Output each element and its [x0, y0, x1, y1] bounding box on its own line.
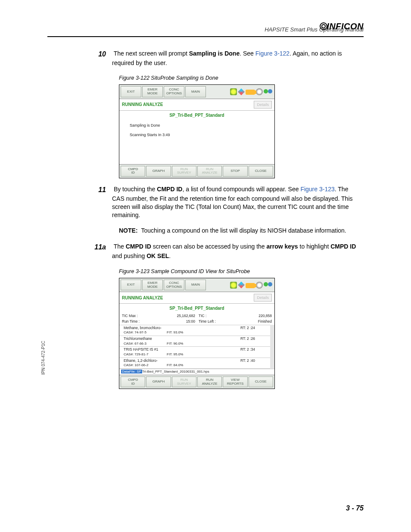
step-number: 10: [90, 50, 112, 59]
text-bold: CMPD ID: [330, 243, 356, 250]
method-name: SP_Tri-Bed_PPT_Standard: [119, 111, 274, 120]
text: .: [169, 252, 171, 259]
help-icon[interactable]: [230, 282, 237, 289]
text: By touching the: [114, 186, 157, 193]
emer-mode-button[interactable]: EMER MODE: [142, 86, 163, 97]
retention-time: RT: 2 :26: [240, 336, 268, 341]
screenshot-122: EXIT EMER MODE CONC OPTIONS MAIN RUNNING…: [119, 84, 275, 178]
top-toolbar: EXIT EMER MODE CONC OPTIONS MAIN: [119, 278, 274, 292]
battery-icon: [246, 283, 255, 288]
sampling-done-label: Sampling is Done: [130, 123, 264, 128]
cmpd-id-button[interactable]: CMPD ID: [121, 376, 145, 388]
brand-logo: INFICON: [320, 21, 364, 32]
compound-row[interactable]: TrichloromethaneRT: 2 :26CAS#: 67-66-3FI…: [119, 336, 274, 347]
bottom-toolbar: CMPD ID GRAPH RUN SURVEY RUN ANALYZE STO…: [119, 164, 274, 178]
text: The next screen will prompt: [114, 50, 189, 57]
screenshot-123: EXIT EMER MODE CONC OPTIONS MAIN RUNNING…: [119, 278, 275, 389]
tic-label: TIC :: [199, 314, 229, 318]
text-bold: arrow keys: [267, 243, 298, 250]
stop-button[interactable]: STOP: [223, 166, 247, 177]
figure-xref[interactable]: Figure 3-122: [255, 50, 290, 57]
bottom-toolbar: CMPD ID GRAPH RUN SURVEY RUN ANALYZE VIE…: [119, 375, 274, 389]
page-header: HAPSITE Smart Plus Operating Manual: [47, 26, 364, 37]
emer-mode-button[interactable]: EMER MODE: [142, 280, 163, 291]
details-button[interactable]: Details: [254, 294, 272, 302]
close-button[interactable]: CLOSE: [249, 166, 273, 177]
text-bold: CMPD ID: [126, 243, 151, 250]
note-block: NOTE: Touching a compound on the list wi…: [119, 227, 362, 235]
method-name: SP_Tri-Bed_PPT_Standard: [119, 304, 274, 313]
conc-options-button[interactable]: CONC OPTIONS: [164, 86, 184, 97]
page-number: 3 - 75: [346, 504, 364, 513]
run-time-value: 15:00: [156, 319, 199, 324]
compound-row[interactable]: Ethane, 1,2-dichloro-RT: 2 :40CAS#: 107-…: [119, 358, 274, 369]
help-icon[interactable]: [230, 88, 237, 95]
tic-row: TIC Max : 25,162,682 TIC : 220,858: [119, 313, 274, 319]
tic-max-label: TIC Max :: [122, 314, 156, 318]
run-survey-button: RUN SURVEY: [172, 376, 196, 388]
step-10: 10 The next screen will prompt Sampling …: [112, 50, 362, 67]
note-label: NOTE:: [119, 227, 138, 234]
text-bold: CMPD ID: [157, 186, 182, 193]
run-status: RUNNING ANALYZE: [122, 295, 163, 301]
retention-time: RT: 2 :40: [240, 358, 268, 363]
text: and pushing: [112, 252, 146, 259]
info-icon[interactable]: [238, 282, 245, 289]
cmpd-id-button[interactable]: CMPD ID: [121, 166, 145, 177]
run-survey-button: RUN SURVEY: [172, 166, 196, 177]
run-status: RUNNING ANALYZE: [122, 102, 163, 108]
datafile-label: DataFile: SP: [121, 370, 142, 373]
compound-name: Trichloromethane: [124, 336, 240, 341]
figure-caption-122: Figure 3-122 SituProbe Sampling is Done: [119, 75, 362, 82]
exit-button[interactable]: EXIT: [121, 280, 141, 291]
blue-indicator-icon: [268, 282, 272, 286]
compound-name: Methane, bromochloro-: [124, 326, 240, 330]
step-number: 11a: [90, 243, 112, 252]
runtime-row: Run Time : 15:00 Time Left : Finished: [119, 319, 274, 324]
exit-button[interactable]: EXIT: [121, 86, 141, 97]
status-orb-icon: [256, 282, 263, 289]
view-reports-button[interactable]: VIEW REPORTS: [223, 376, 247, 388]
text-bold: OK SEL: [146, 252, 169, 259]
main-button[interactable]: MAIN: [185, 280, 206, 291]
compound-row[interactable]: TRIS HAPSITE IS #1RT: 2 :34CAS#: 729-81-…: [119, 347, 274, 358]
conc-options-button[interactable]: CONC OPTIONS: [164, 280, 184, 291]
graph-button[interactable]: GRAPH: [146, 166, 171, 177]
figure-xref[interactable]: Figure 3-123: [300, 186, 334, 193]
ipn-code: IPN 074-472-P1C: [40, 341, 47, 375]
text: screen can also be accessed by using the: [151, 243, 267, 250]
compound-name: Ethane, 1,2-dichloro-: [124, 358, 240, 363]
close-button[interactable]: CLOSE: [249, 376, 273, 388]
compound-row[interactable]: Methane, bromochloro-RT: 2 :24CAS#: 74-9…: [119, 325, 274, 336]
data-file-row: DataFile: SPTri-Bed_PPT_Standard_2010033…: [119, 369, 274, 375]
fit-value: FIT: 84.0%: [167, 363, 201, 368]
time-left-label: Time Left :: [199, 319, 229, 324]
tic-max-value: 25,162,682: [156, 314, 199, 318]
text: . See: [240, 50, 255, 57]
main-button[interactable]: MAIN: [185, 86, 206, 97]
status-orb-icon: [256, 88, 263, 95]
details-button[interactable]: Details: [254, 101, 272, 109]
fit-value: FIT: 93.0%: [167, 330, 201, 335]
cas-number: CAS#: 67-66-3: [124, 342, 167, 346]
blue-indicator-icon: [268, 89, 272, 93]
run-analyze-button[interactable]: RUN ANALYZE: [197, 376, 222, 388]
green-indicator-icon: [264, 89, 268, 93]
retention-time: RT: 2 :34: [240, 347, 268, 352]
step-number: 11: [90, 185, 112, 195]
run-time-label: Run Time :: [122, 319, 156, 324]
text: , a list of found compounds will appear.…: [182, 186, 300, 193]
text: The: [114, 243, 126, 250]
info-icon[interactable]: [238, 88, 245, 95]
scrollbar[interactable]: [270, 325, 274, 369]
green-indicator-icon: [264, 282, 268, 286]
cas-number: CAS#: 107-06-2: [124, 363, 167, 368]
cas-number: CAS#: 74-97-5: [124, 330, 167, 335]
text-bold: Sampling is Done: [189, 50, 240, 57]
run-analyze-button: RUN ANALYZE: [197, 166, 222, 177]
graph-button[interactable]: GRAPH: [146, 376, 171, 388]
battery-icon: [246, 90, 255, 95]
step-11: 11 By touching the CMPD ID, a list of fo…: [112, 185, 362, 219]
note-text: Touching a compound on the list will dis…: [141, 227, 346, 234]
compound-list[interactable]: Methane, bromochloro-RT: 2 :24CAS#: 74-9…: [119, 325, 274, 369]
